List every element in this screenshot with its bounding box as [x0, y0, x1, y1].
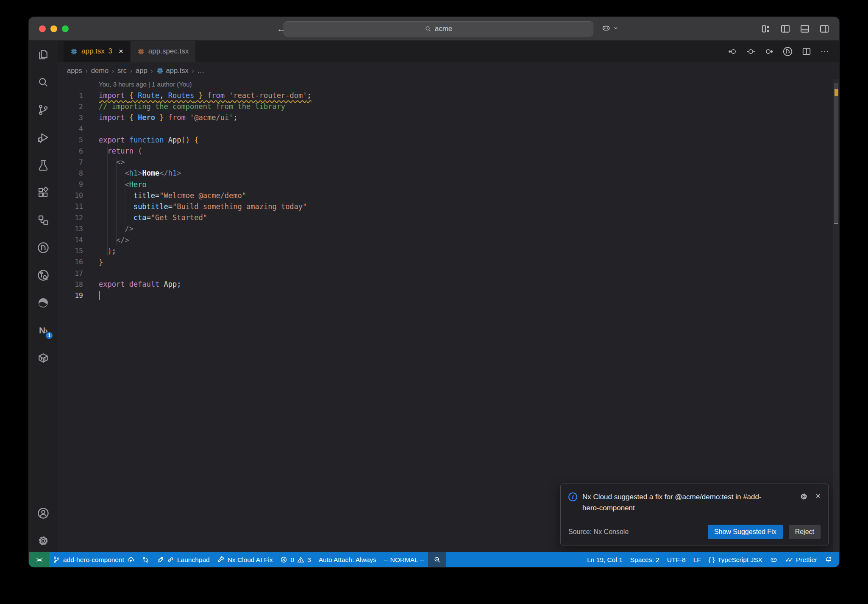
- scrollbar-thumb[interactable]: [834, 83, 838, 224]
- line-number: 11: [58, 202, 83, 210]
- link-icon: [167, 556, 174, 563]
- code-line-17[interactable]: 17: [58, 268, 833, 279]
- error-circle-icon: [280, 556, 287, 563]
- search-icon[interactable]: [37, 76, 50, 89]
- next-change-icon[interactable]: [765, 47, 773, 56]
- breadcrumb-item-app.tsx[interactable]: app.tsx: [156, 67, 189, 75]
- code-line-13[interactable]: 13 />: [58, 223, 833, 234]
- status-cursor-position[interactable]: Ln 19, Col 1: [583, 552, 626, 567]
- run-circle-icon[interactable]: [37, 241, 50, 254]
- reject-button[interactable]: Reject: [789, 525, 821, 539]
- bell-dot-icon: [825, 556, 832, 563]
- code-line-6[interactable]: 6 return (: [58, 145, 833, 157]
- commit-graph-icon[interactable]: [37, 269, 50, 282]
- line-number: 13: [58, 225, 83, 233]
- show-suggested-fix-button[interactable]: Show Suggested Fix: [708, 525, 783, 539]
- status-encoding[interactable]: UTF-8: [663, 552, 690, 567]
- code-text: <h1>Home</h1>: [99, 169, 181, 177]
- breadcrumb-item-demo[interactable]: demo: [91, 67, 108, 75]
- code-line-10[interactable]: 10 title="Welcmoe @acme/demo": [58, 190, 833, 201]
- status-eol[interactable]: LF: [690, 552, 705, 567]
- account-icon[interactable]: [37, 507, 50, 520]
- explorer-icon[interactable]: [37, 48, 50, 61]
- toggle-primary-sidebar-icon[interactable]: [780, 23, 791, 34]
- code-line-18[interactable]: 18export default App;: [58, 279, 833, 290]
- code-editor[interactable]: You, 3 hours ago | 1 author (You) 1impor…: [58, 79, 839, 552]
- status-vim-mode[interactable]: -- NORMAL --: [380, 552, 428, 567]
- rocket-icon: [157, 556, 164, 563]
- status-remote-indicator[interactable]: ><: [29, 552, 49, 567]
- gitlens-blame-annotation[interactable]: You, 3 hours ago | 1 author (You): [99, 81, 192, 88]
- code-text: subtitle="Build something amazing today": [99, 202, 307, 211]
- notification-settings-gear-icon[interactable]: [800, 492, 808, 502]
- settings-gear-icon[interactable]: [37, 534, 50, 547]
- source-control-icon[interactable]: [37, 103, 50, 116]
- more-actions-icon[interactable]: ⋯: [821, 46, 830, 56]
- breadcrumb-separator: ›: [86, 67, 88, 74]
- tab-app.tsx[interactable]: app.tsx3×: [64, 41, 130, 62]
- project-graph-icon[interactable]: [37, 214, 50, 226]
- code-line-4[interactable]: 4: [58, 123, 833, 134]
- nx-console-icon[interactable]: N›1: [37, 324, 50, 337]
- customize-layout-icon[interactable]: [760, 23, 771, 34]
- run-file-icon[interactable]: [783, 47, 793, 56]
- code-line-2[interactable]: 2// importing the component from the lib…: [58, 101, 833, 112]
- code-line-7[interactable]: 7 <>: [58, 157, 833, 168]
- code-line-11[interactable]: 11 subtitle="Build something amazing tod…: [58, 201, 833, 212]
- minimize-window-button[interactable]: [50, 25, 57, 32]
- status-auto-attach[interactable]: Auto Attach: Always: [315, 552, 380, 567]
- code-line-14[interactable]: 14 </>: [58, 234, 833, 245]
- status-git-graph[interactable]: [138, 552, 153, 567]
- code-line-8[interactable]: 8 <h1>Home</h1>: [58, 168, 833, 179]
- status-notifications-bell[interactable]: [821, 552, 836, 567]
- breadcrumb-item-…[interactable]: …: [198, 67, 205, 75]
- edge-tools-icon[interactable]: [37, 296, 50, 309]
- code-line-12[interactable]: 12 cta="Get Started": [58, 212, 833, 223]
- status-problems[interactable]: 03: [276, 552, 314, 567]
- close-window-button[interactable]: [39, 25, 46, 32]
- status-bar: ><add-hero-componentLaunchpadNx Cloud AI…: [29, 552, 839, 567]
- code-line-19[interactable]: 19: [58, 290, 833, 301]
- compare-icon: [142, 556, 149, 563]
- breadcrumb-item-apps[interactable]: apps: [67, 67, 82, 75]
- status-language-mode[interactable]: { }TypeScript JSX: [705, 552, 766, 567]
- breadcrumb-item-src[interactable]: src: [117, 67, 127, 75]
- vertical-scrollbar[interactable]: [833, 79, 839, 552]
- status-formatter-prettier[interactable]: ✓✓Prettier: [781, 552, 821, 567]
- tab-app.spec.tsx[interactable]: app.spec.tsx: [131, 41, 195, 62]
- zoom-window-button[interactable]: [62, 25, 69, 32]
- code-line-15[interactable]: 15 );: [58, 246, 833, 257]
- code-line-16[interactable]: 16}: [58, 257, 833, 268]
- code-text: title="Welcmoe @acme/demo": [99, 191, 246, 200]
- code-line-5[interactable]: 5export function App() {: [58, 134, 833, 145]
- status-zoom-indicator[interactable]: [428, 552, 446, 567]
- status-indentation[interactable]: Spaces: 2: [626, 552, 663, 567]
- toggle-panel-icon[interactable]: [799, 23, 810, 34]
- code-line-3[interactable]: 3import { Hero } from '@acme/ui';: [58, 112, 833, 123]
- tab-label: app.tsx: [81, 47, 105, 56]
- changes-icon[interactable]: [746, 47, 755, 56]
- split-editor-icon[interactable]: [802, 47, 811, 56]
- status-launchpad[interactable]: Launchpad: [153, 552, 214, 567]
- containers-icon[interactable]: [37, 352, 50, 364]
- code-line-1[interactable]: 1import { Route, Routes } from 'react-ro…: [58, 90, 833, 101]
- toggle-secondary-sidebar-icon[interactable]: [819, 23, 830, 34]
- tab-close-icon[interactable]: ×: [119, 47, 123, 56]
- breadcrumb-item-app[interactable]: app: [136, 67, 147, 75]
- prev-change-icon[interactable]: [728, 47, 737, 56]
- code-text: <>: [99, 158, 125, 166]
- testing-icon[interactable]: [37, 159, 50, 171]
- code-line-9[interactable]: 9 <Hero: [58, 179, 833, 190]
- extensions-icon[interactable]: [37, 186, 50, 199]
- notification-close-icon[interactable]: ×: [815, 492, 821, 500]
- status-git-branch[interactable]: add-hero-component: [49, 552, 138, 567]
- run-debug-icon[interactable]: [37, 131, 50, 144]
- copilot-icon: [770, 556, 777, 563]
- chevron-down-icon[interactable]: [613, 25, 619, 33]
- status-copilot-status[interactable]: [766, 552, 781, 567]
- command-center-search[interactable]: acme: [284, 21, 593, 36]
- copilot-icon[interactable]: [602, 24, 610, 34]
- status-nx-cloud-ai-fix[interactable]: Nx Cloud AI Fix: [214, 552, 277, 567]
- git-branch-icon: [53, 556, 60, 563]
- magnifier-icon: [434, 556, 441, 563]
